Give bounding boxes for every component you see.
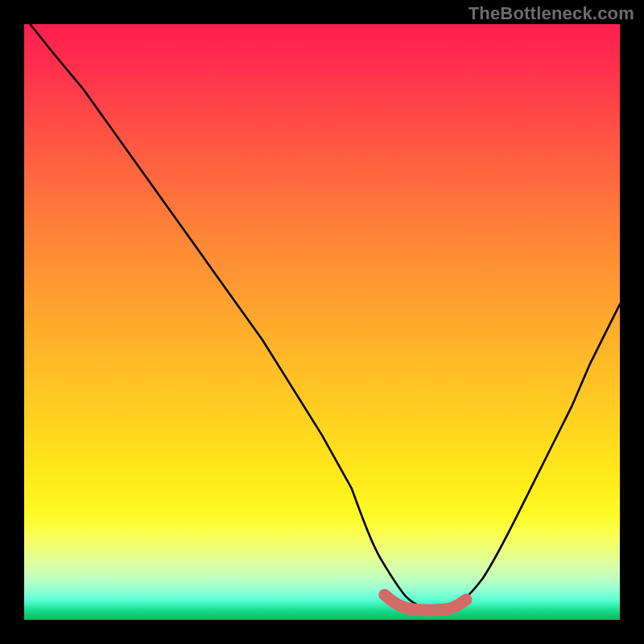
watermark-label: TheBottleneck.com	[469, 3, 634, 24]
plot-area	[24, 24, 620, 620]
bottleneck-curve	[30, 24, 620, 609]
chart-frame: TheBottleneck.com	[0, 0, 644, 644]
valley-marker	[385, 595, 466, 610]
curve-layer	[24, 24, 620, 620]
